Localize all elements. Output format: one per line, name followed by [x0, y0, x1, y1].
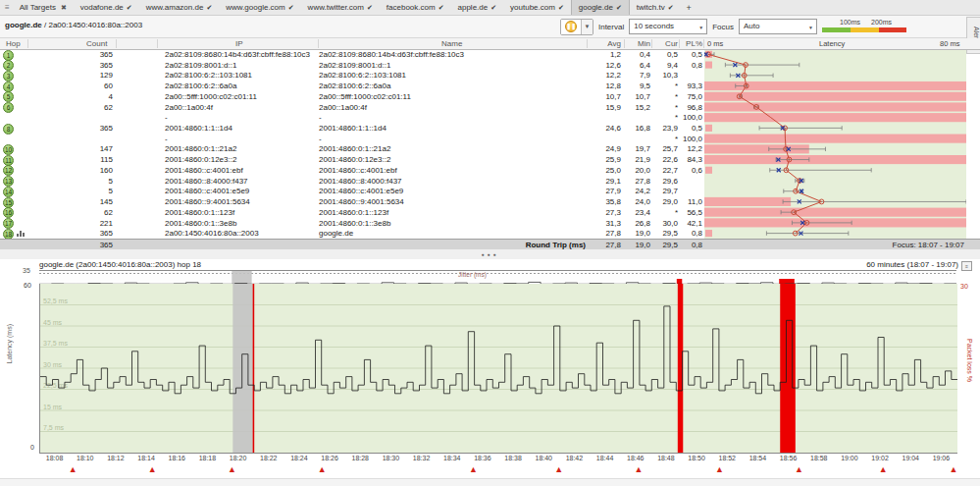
time-tick: 18:08 — [46, 455, 64, 461]
min-cell: 19,0 — [625, 229, 650, 238]
header-separator — [27, 39, 28, 48]
pause-icon: ❚❚ — [565, 21, 577, 32]
pl-cell: 75,0 — [680, 92, 702, 101]
latency-column-title: Latency — [819, 39, 845, 48]
tab-label: youtube.com — [510, 3, 555, 12]
count-cell: 365 — [61, 229, 113, 238]
legend-gradient-bar — [822, 27, 906, 32]
time-tick: 18:56 — [780, 455, 798, 461]
alert-triangle-icon[interactable]: ▲ — [318, 462, 327, 476]
name-cell: 2001:4860:0:1::123f — [319, 208, 586, 217]
header-min[interactable]: Min — [625, 39, 650, 48]
timeline-range-menu-icon[interactable]: ≡ — [961, 261, 972, 271]
min-cell: 24,2 — [625, 187, 650, 195]
count-cell: 221 — [61, 219, 113, 228]
tab-apple.de[interactable]: apple.de✔ — [451, 0, 504, 15]
header-cur[interactable]: Cur — [652, 39, 678, 48]
tab-label: apple.de — [458, 3, 489, 12]
cur-cell: 22,7 — [652, 166, 678, 175]
time-tick: 19:06 — [933, 455, 951, 461]
header-separator — [703, 39, 704, 48]
tab-www.twitter.com[interactable]: www.twitter.com✔ — [301, 0, 380, 15]
alert-triangle-icon[interactable]: ▲ — [949, 462, 957, 476]
header-avg[interactable]: Avg — [590, 39, 621, 48]
alert-triangle-icon[interactable]: ▲ — [634, 462, 643, 476]
pause-button[interactable]: ❚❚ — [561, 20, 581, 34]
svg-text:45 ms: 45 ms — [43, 319, 63, 326]
focus-range-label: Focus: 18:07 - 19:07 — [893, 241, 964, 249]
time-tick: 18:34 — [443, 455, 461, 461]
header-hop[interactable]: Hop — [6, 39, 21, 48]
timeline-range-label[interactable]: 60 minutes (18:07 - 19:07) — [866, 260, 958, 269]
time-tick: 18:24 — [290, 455, 308, 461]
tab-list: vodafone.de✔www.amazon.de✔www.google.com… — [74, 0, 681, 15]
ip-cell: 2a02:8100:6:2::6a0a — [165, 81, 317, 90]
alert-triangle-icon[interactable]: ▲ — [148, 462, 157, 476]
tab-facebook.com[interactable]: facebook.com✔ — [380, 0, 451, 15]
alert-triangle-icon[interactable]: ▲ — [715, 462, 724, 476]
hop-latency-chart[interactable] — [704, 49, 966, 239]
avg-cell: 24,9 — [590, 144, 621, 153]
cur-cell: 29,5 — [652, 229, 678, 238]
name-cell: - — [319, 113, 586, 122]
min-cell: 26,8 — [625, 219, 650, 228]
target-ip: 2a00:1450:4016:80a::2003 — [48, 21, 142, 29]
header-separator — [651, 39, 652, 48]
time-tick: 18:30 — [383, 455, 400, 461]
alert-triangle-icon[interactable]: ▲ — [69, 462, 77, 476]
time-tick: 19:02 — [871, 455, 889, 461]
menu-icon[interactable]: ≡ — [0, 3, 13, 12]
tab-twitch.tv[interactable]: twitch.tv✔ — [630, 0, 681, 15]
check-icon: ✔ — [288, 4, 294, 12]
new-tab-button[interactable]: + — [681, 3, 697, 13]
alert-triangle-icon[interactable]: ▲ — [469, 462, 478, 476]
header-ip[interactable]: IP — [235, 39, 243, 48]
interval-label: Interval — [598, 23, 624, 31]
toolbar: google.de / 2a00:1450:4016:80a::2003 ❚❚ … — [0, 16, 980, 38]
cur-cell: * — [652, 135, 678, 143]
pause-dropdown-arrow[interactable]: ▼ — [581, 20, 593, 34]
ip-cell: 2001:4860::8:4000:f437 — [165, 177, 317, 186]
min-cell: 9,5 — [625, 81, 650, 90]
footer-avg: 27,8 — [590, 241, 621, 249]
jitter-axis-max: 35 — [23, 267, 30, 274]
min-cell: 16,8 — [625, 124, 650, 133]
close-icon[interactable]: ✖ — [61, 4, 67, 12]
avg-cell: 35,8 — [590, 197, 621, 206]
tab-google.de[interactable]: google.de✔ — [571, 0, 630, 15]
latency-scale-min: 0 ms — [707, 39, 723, 48]
count-cell: 5 — [61, 177, 113, 186]
header-name[interactable]: Name — [441, 39, 462, 48]
avg-cell: 15,9 — [590, 103, 621, 112]
count-cell: 365 — [61, 50, 113, 59]
tab-youtube.com[interactable]: youtube.com✔ — [503, 0, 571, 15]
focus-select[interactable]: Auto — [739, 19, 817, 34]
pl-cell: 84,3 — [680, 155, 702, 164]
tab-vodafone.de[interactable]: vodafone.de✔ — [74, 0, 139, 15]
min-cell: 19,7 — [625, 144, 650, 153]
svg-text:7,5 ms: 7,5 ms — [43, 424, 65, 431]
alert-triangle-icon[interactable]: ▲ — [879, 462, 888, 476]
latency-timeline-chart[interactable]: 52,5 ms45 ms37,5 ms30 ms22,5 ms15 ms7,5 … — [39, 284, 957, 454]
tab-www.google.com[interactable]: www.google.com✔ — [219, 0, 300, 15]
svg-text:52,5 ms: 52,5 ms — [43, 297, 68, 304]
header-count[interactable]: Count — [86, 39, 107, 48]
cur-cell: * — [652, 208, 678, 217]
header-separator — [679, 39, 680, 48]
min-cell: 20,0 — [625, 166, 650, 175]
alert-triangle-icon[interactable]: ▲ — [554, 462, 563, 476]
alert-triangle-icon[interactable]: ▲ — [795, 462, 803, 476]
tab-www.amazon.de[interactable]: www.amazon.de✔ — [139, 0, 220, 15]
check-icon: ✔ — [438, 4, 444, 12]
tab-all-targets[interactable]: All Targets ✖ — [13, 0, 74, 15]
interval-select[interactable]: 10 seconds — [629, 19, 707, 34]
cur-cell: 9,4 — [652, 61, 678, 70]
min-cell: 21,9 — [625, 155, 650, 164]
min-cell: 7,9 — [625, 71, 650, 80]
time-tick: 18:22 — [260, 455, 278, 461]
cur-cell: 0,5 — [652, 50, 678, 59]
alert-triangle-icon[interactable]: ▲ — [228, 462, 236, 476]
header-pl[interactable]: PL% — [680, 39, 702, 48]
name-cell: 2a02:8109:8680:14b4:d63f:cbff:fe88:10c3 — [319, 50, 586, 59]
count-cell: 4 — [61, 92, 113, 101]
